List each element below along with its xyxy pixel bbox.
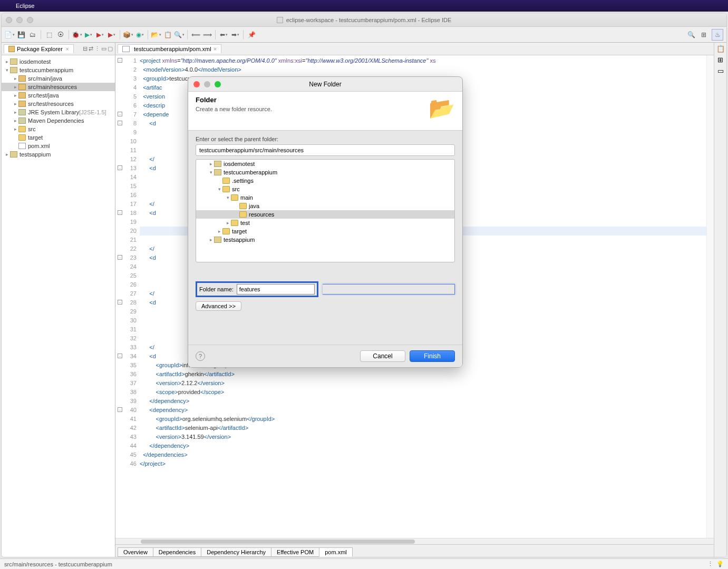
tree-item[interactable]: ▸iosdemotest <box>2 57 115 66</box>
run-button[interactable]: ▶ <box>84 30 93 40</box>
parent-folder-input[interactable] <box>196 144 455 156</box>
scrollbar-thumb[interactable] <box>141 539 415 544</box>
debug-button[interactable]: 🐞 <box>72 30 82 40</box>
dialog-tree-item[interactable]: ▸testsappium <box>196 236 454 244</box>
package-icon <box>8 46 15 52</box>
next-annotation-button[interactable]: ⟹ <box>202 30 212 40</box>
minimize-stack-icon[interactable]: ▭ <box>717 67 724 75</box>
dialog-tree-item[interactable]: .settings <box>196 176 454 185</box>
search-button[interactable]: 🔍 <box>174 30 184 40</box>
maximize-view-icon[interactable]: ▢ <box>108 45 113 52</box>
dialog-tree-item[interactable]: ▾src <box>196 185 454 193</box>
advanced-button[interactable]: Advanced >> <box>196 301 241 311</box>
finish-button[interactable]: Finish <box>410 350 455 362</box>
task-list-icon[interactable]: 📋 <box>716 45 725 53</box>
dialog-tree-item[interactable]: ▸target <box>196 227 454 236</box>
window-traffic-lights[interactable] <box>6 17 33 23</box>
pom-tab[interactable]: Dependency Hierarchy <box>201 547 271 557</box>
pin-editor-button[interactable]: 📌 <box>247 30 256 40</box>
line-number-gutter: -123456-7-89101112-1314151617-1819202122… <box>115 55 140 538</box>
editor-tab-label: testcucumberappium/pom.xml <box>134 46 211 52</box>
close-icon[interactable] <box>6 17 12 23</box>
editor-tab[interactable]: testcucumberappium/pom.xml × <box>118 44 221 53</box>
minimize-icon[interactable] <box>16 17 23 23</box>
link-editor-icon[interactable]: ⇄ <box>89 45 93 52</box>
run-last-button[interactable]: ▶ <box>107 30 117 40</box>
quick-access-icon[interactable]: 🔍 <box>686 30 696 40</box>
cancel-button[interactable]: Cancel <box>360 350 405 362</box>
folder-name-row: Folder name: <box>196 281 455 297</box>
tree-item[interactable]: ▸src <box>2 125 115 133</box>
dialog-tree-item[interactable]: ▾testcucumberappium <box>196 168 454 176</box>
outline-icon[interactable]: ⊞ <box>717 56 723 64</box>
app-menu[interactable]: Eclipse <box>16 3 34 9</box>
dialog-header: Folder Create a new folder resource. 📂 <box>188 92 462 131</box>
dialog-minimize-icon <box>204 81 210 87</box>
overview-ruler <box>706 55 714 538</box>
view-tab-label: Package Explorer <box>17 46 63 52</box>
view-menu-icon[interactable]: ⋮ <box>94 45 100 52</box>
skip-breakpoints-button[interactable]: ⦿ <box>56 30 65 40</box>
pom-tab[interactable]: pom.xml <box>319 547 353 557</box>
dialog-heading: Folder <box>196 96 272 104</box>
tip-icon[interactable]: 💡 <box>716 561 724 567</box>
toggle-breadcrumb-button[interactable]: ⬚ <box>44 30 54 40</box>
horizontal-scrollbar[interactable] <box>115 538 714 544</box>
tree-item[interactable]: ▸src/main/java <box>2 74 115 83</box>
right-trim-stack[interactable]: 📋 ⊞ ▭ <box>714 43 726 557</box>
file-icon <box>277 17 283 23</box>
java-perspective-button[interactable]: ♨ <box>712 29 723 41</box>
pom-editor-tabs[interactable]: OverviewDependenciesDependency Hierarchy… <box>115 544 714 557</box>
tree-item[interactable]: ▸testsappium <box>2 150 115 159</box>
package-explorer-view: Package Explorer × ⊟ ⇄ ⋮ ▭ ▢ ▸iosdemotes… <box>2 43 115 557</box>
dialog-tree-item[interactable]: java <box>196 202 454 210</box>
open-perspective-button[interactable]: ⊞ <box>699 30 708 40</box>
parent-folder-label: Enter or select the parent folder: <box>196 136 455 142</box>
tree-item[interactable]: ▾testcucumberappium <box>2 66 115 74</box>
dialog-tree-item[interactable]: ▸iosdemotest <box>196 160 454 168</box>
dialog-tree-item[interactable]: resources <box>196 210 454 219</box>
minimize-view-icon[interactable]: ▭ <box>101 45 106 52</box>
pom-tab[interactable]: Overview <box>118 547 153 557</box>
help-icon[interactable]: ? <box>196 351 205 361</box>
open-task-button[interactable]: 📋 <box>163 30 172 40</box>
heap-status-icon[interactable]: ⋮ <box>707 561 713 567</box>
collapse-all-icon[interactable]: ⊟ <box>83 45 88 52</box>
tree-item[interactable]: pom.xml <box>2 142 115 150</box>
dialog-zoom-icon[interactable] <box>215 81 221 87</box>
new-class-button[interactable]: ◉ <box>135 30 144 40</box>
tree-item[interactable]: ▸src/test/java <box>2 91 115 100</box>
package-explorer-tab[interactable]: Package Explorer × <box>4 44 74 53</box>
folder-name-input-extension[interactable] <box>323 284 455 295</box>
tree-item[interactable]: target <box>2 133 115 142</box>
save-all-button[interactable]: 🗂 <box>28 30 37 40</box>
main-toolbar[interactable]: 📄 💾 🗂 ⬚ ⦿ 🐞 ▶ ▶ ▶ 📦 ◉ 📂 📋 🔍 ⟸ ⟹ ⬅ ➡ 📌 🔍 … <box>2 27 726 43</box>
view-tab-bar: Package Explorer × ⊟ ⇄ ⋮ ▭ ▢ <box>2 43 115 55</box>
close-editor-icon[interactable]: × <box>213 46 217 52</box>
folder-name-input[interactable] <box>237 284 315 295</box>
package-explorer-tree[interactable]: ▸iosdemotest▾testcucumberappium▸src/main… <box>2 55 115 557</box>
prev-annotation-button[interactable]: ⟸ <box>191 30 200 40</box>
pom-tab[interactable]: Dependencies <box>153 547 201 557</box>
tree-item[interactable]: ▸src/test/resources <box>2 100 115 108</box>
zoom-icon[interactable] <box>27 17 33 23</box>
close-view-icon[interactable]: × <box>66 46 69 52</box>
back-button[interactable]: ⬅ <box>219 30 228 40</box>
parent-folder-tree[interactable]: ▸iosdemotest▾testcucumberappium.settings… <box>196 159 455 262</box>
tree-item[interactable]: ▸src/main/resources <box>2 83 115 91</box>
new-package-button[interactable]: 📦 <box>123 30 133 40</box>
save-button[interactable]: 💾 <box>16 30 26 40</box>
dialog-tree-item[interactable]: ▸test <box>196 219 454 227</box>
tree-item[interactable]: ▸JRE System Library [J2SE-1.5] <box>2 108 115 116</box>
pom-tab[interactable]: Effective POM <box>271 547 319 557</box>
tree-item[interactable]: ▸Maven Dependencies <box>2 116 115 125</box>
coverage-button[interactable]: ▶ <box>95 30 105 40</box>
new-button[interactable]: 📄 <box>5 30 14 40</box>
macos-menubar[interactable]: Eclipse <box>0 0 728 12</box>
dialog-tree-item[interactable]: ▾main <box>196 193 454 202</box>
dialog-traffic-lights[interactable] <box>193 81 221 87</box>
advanced-section: Advanced >> <box>196 301 455 311</box>
open-type-button[interactable]: 📂 <box>151 30 161 40</box>
forward-button[interactable]: ➡ <box>230 30 240 40</box>
dialog-close-icon[interactable] <box>193 81 200 87</box>
